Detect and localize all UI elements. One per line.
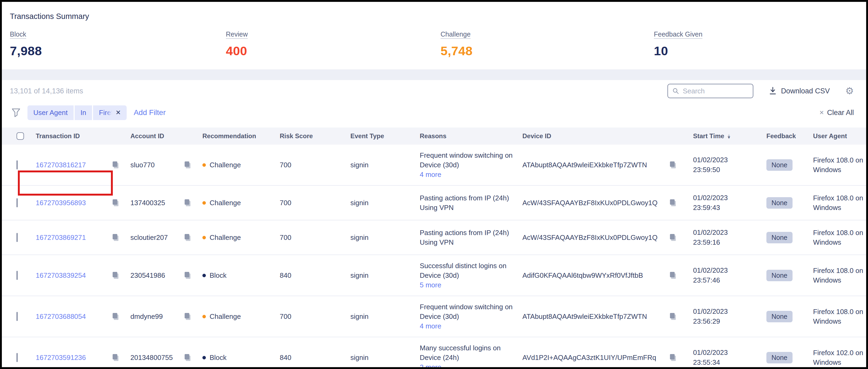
feedback-badge: None	[766, 232, 793, 243]
transaction-id-link[interactable]: 1672703591236	[36, 353, 86, 362]
gear-icon[interactable]: ⚙	[845, 86, 854, 96]
device-id-text: AVd1P2I+AQAAgCA3ztK1UIY/UPmEmFRq	[522, 353, 656, 362]
copy-icon[interactable]	[669, 312, 677, 321]
row-checkbox[interactable]	[17, 198, 18, 207]
col-account-id[interactable]: Account ID	[127, 132, 199, 140]
recommendation-dot	[203, 236, 206, 239]
start-time-text: 23:59:16	[693, 238, 763, 247]
copy-icon[interactable]	[112, 312, 120, 321]
feedback-badge: None	[766, 197, 793, 209]
more-reasons-link[interactable]: 5 more	[420, 280, 519, 290]
row-select-cell	[2, 271, 33, 280]
copy-icon[interactable]	[112, 233, 120, 242]
device-id-text: ATAbupt8AQAAt9wleiEXkbkeTfp7ZWTN	[522, 161, 647, 169]
row-checkbox[interactable]	[17, 271, 18, 280]
col-start-time[interactable]: Start Time ▲▼	[690, 132, 763, 140]
reasons-cell: Frequent window switching on Device (30d…	[416, 151, 519, 179]
event-type-cell: signin	[347, 199, 416, 207]
more-reasons-link[interactable]: 4 more	[420, 170, 519, 179]
add-filter-button[interactable]: Add Filter	[133, 108, 165, 117]
copy-icon[interactable]	[184, 312, 192, 321]
col-user-agent[interactable]: User Agent	[810, 132, 866, 140]
user-agent-cell: Firefox 102.0 on Windows	[810, 348, 866, 367]
copy-icon[interactable]	[669, 161, 677, 169]
account-id-cell: 137400325	[127, 198, 199, 207]
copy-icon[interactable]	[184, 161, 192, 169]
sort-icon[interactable]: ▲▼	[727, 134, 731, 139]
feedback-cell: None	[763, 159, 810, 171]
metric-challenge-label[interactable]: Challenge	[440, 30, 471, 38]
col-event-type[interactable]: Event Type	[347, 132, 416, 140]
search-box[interactable]	[668, 84, 753, 98]
col-risk-score[interactable]: Risk Score	[277, 132, 347, 140]
account-id-cell: 230541986	[127, 271, 199, 280]
col-transaction-id[interactable]: Transaction ID	[33, 132, 127, 140]
transaction-id-link[interactable]: 1672703816217	[36, 161, 86, 169]
start-date-text: 01/02/2023	[693, 193, 763, 203]
copy-icon[interactable]	[112, 161, 120, 169]
row-select-cell	[2, 234, 33, 242]
copy-icon[interactable]	[184, 271, 192, 280]
download-csv-button[interactable]: Download CSV	[769, 87, 830, 95]
filter-chip-close-icon[interactable]: ✕	[116, 109, 121, 116]
recommendation-text: Challenge	[210, 199, 241, 207]
filter-chip-value[interactable]: Firef ✕	[93, 105, 127, 120]
reasons-cell: Pasting actions from IP (24h)Using VPN	[416, 228, 519, 247]
select-all-cell	[2, 132, 33, 140]
user-agent-cell: Firefox 108.0 on Windows	[810, 193, 866, 212]
reason-text: Frequent window switching on Device (30d…	[420, 302, 519, 321]
filter-chip[interactable]: User Agent In Firef ✕	[28, 105, 127, 120]
row-checkbox[interactable]	[17, 160, 18, 170]
copy-icon[interactable]	[669, 198, 677, 207]
row-checkbox[interactable]	[17, 233, 18, 242]
more-reasons-link[interactable]: 4 more	[420, 321, 519, 331]
search-input[interactable]	[683, 87, 748, 95]
row-checkbox[interactable]	[17, 353, 18, 362]
copy-icon[interactable]	[184, 198, 192, 207]
table-body: 1672703816217 sluo770 Challenge	[2, 145, 866, 369]
reason-text: Using VPN	[420, 238, 519, 247]
feedback-cell: None	[763, 270, 810, 281]
copy-icon[interactable]	[184, 233, 192, 242]
start-time-cell: 01/02/2023 23:59:50	[690, 155, 763, 175]
metric-block-label[interactable]: Block	[10, 30, 26, 38]
row-select-cell	[2, 312, 33, 321]
funnel-icon[interactable]	[11, 108, 21, 117]
device-id-text: AcW/43SFAQAAYBzF8IxKUx0PDLGwoy1Q	[522, 234, 658, 242]
feedback-badge: None	[766, 352, 793, 363]
copy-icon[interactable]	[112, 271, 120, 280]
metric-feedback-given-label[interactable]: Feedback Given	[654, 30, 703, 38]
transaction-id-link[interactable]: 1672703688054	[36, 312, 86, 321]
col-reasons[interactable]: Reasons	[416, 132, 519, 140]
col-device-id[interactable]: Device ID	[519, 132, 690, 140]
transaction-id-cell: 1672703869271	[33, 233, 127, 242]
transaction-id-link[interactable]: 1672703839254	[36, 271, 86, 280]
recommendation-cell: Challenge	[199, 312, 277, 321]
row-select-cell	[2, 353, 33, 362]
clear-all-button[interactable]: × Clear All	[819, 108, 854, 117]
copy-icon[interactable]	[112, 198, 120, 207]
filter-chip-operator[interactable]: In	[75, 105, 92, 120]
recommendation-text: Challenge	[210, 234, 241, 242]
start-date-text: 01/02/2023	[693, 307, 763, 316]
copy-icon[interactable]	[669, 353, 677, 362]
filter-chip-field[interactable]: User Agent	[28, 105, 73, 120]
metric-review-label[interactable]: Review	[226, 30, 248, 38]
select-all-checkbox[interactable]	[17, 132, 24, 140]
row-checkbox[interactable]	[17, 312, 18, 321]
transaction-id-cell: 1672703688054	[33, 312, 127, 321]
feedback-cell: None	[763, 311, 810, 322]
device-id-text: AcW/43SFAQAAYBzF8IxKUx0PDLGwoy1Q	[522, 199, 658, 207]
copy-icon[interactable]	[184, 353, 192, 362]
col-recommendation[interactable]: Recommendation	[199, 132, 277, 140]
transaction-id-link[interactable]: 1672703956893	[36, 199, 86, 207]
copy-icon[interactable]	[669, 271, 677, 280]
col-feedback[interactable]: Feedback	[763, 132, 810, 140]
filter-chip-value-text: Firef	[99, 109, 113, 117]
transaction-id-link[interactable]: 1672703869271	[36, 234, 86, 242]
more-reasons-link[interactable]: 2 more	[420, 362, 519, 369]
account-id-cell: dmdyne99	[127, 312, 199, 321]
event-type-cell: signin	[347, 161, 416, 169]
copy-icon[interactable]	[112, 353, 120, 362]
copy-icon[interactable]	[669, 233, 677, 242]
